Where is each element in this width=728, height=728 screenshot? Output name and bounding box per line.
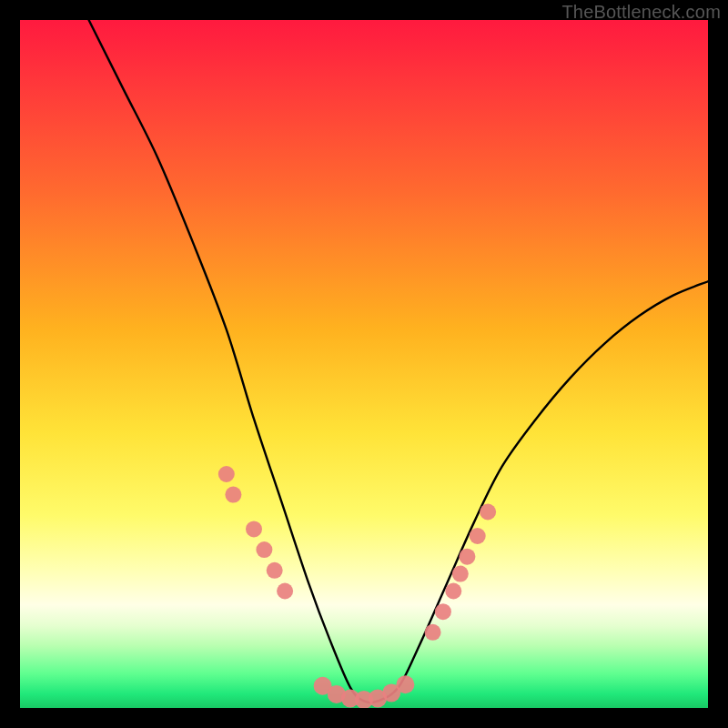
curve-marker — [218, 466, 235, 482]
curve-marker — [480, 504, 496, 521]
curve-marker — [459, 549, 475, 565]
bottleneck-curve-line — [89, 20, 708, 703]
curve-marker — [470, 528, 486, 544]
curve-marker — [445, 583, 461, 600]
marker-cluster-right — [425, 504, 496, 641]
chart-plot-area — [20, 20, 708, 708]
curve-marker — [396, 675, 414, 693]
bottleneck-curve-svg — [20, 20, 708, 708]
curve-marker — [452, 566, 469, 582]
curve-marker — [267, 562, 283, 579]
curve-marker — [435, 603, 451, 620]
curve-marker — [425, 624, 441, 641]
watermark-text: TheBottleneck.com — [561, 2, 721, 23]
marker-cluster-valley — [314, 675, 415, 708]
curve-marker — [256, 541, 272, 558]
marker-cluster-left — [218, 466, 293, 600]
curve-marker — [225, 487, 241, 503]
curve-marker — [277, 583, 293, 600]
curve-marker — [246, 521, 262, 537]
